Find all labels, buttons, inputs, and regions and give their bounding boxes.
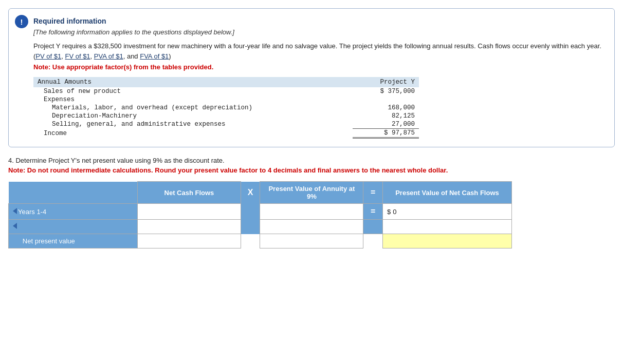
equals-operator: = — [363, 204, 383, 220]
table-row: Sales of new product $ 375,000 — [33, 87, 419, 95]
ncf-input-cell[interactable] — [138, 204, 241, 220]
row-value: 168,000 — [353, 104, 419, 112]
empty-op — [241, 220, 260, 234]
table-row: Materials, labor, and overhead (except d… — [33, 104, 419, 112]
row-value: 27,000 — [353, 120, 419, 129]
fva-link[interactable]: FVA of $1 — [140, 52, 169, 60]
table-row: Expenses — [33, 95, 419, 104]
table-row: Selling, general, and administrative exp… — [33, 120, 419, 129]
row-label: Income — [33, 129, 353, 138]
x-operator — [241, 204, 260, 220]
fv-link[interactable]: FV of $1 — [65, 52, 90, 60]
net-pv-row: Net present value — [9, 234, 512, 248]
pva-link[interactable]: PVA of $1 — [94, 52, 123, 60]
section4: 4. Determine Project Y's net present val… — [8, 157, 615, 174]
info-subtitle: [The following information applies to th… — [33, 28, 604, 36]
table-row: Income $ 97,875 — [33, 129, 419, 138]
pv-link[interactable]: PV of $1 — [35, 52, 61, 60]
empty-ncf — [138, 220, 241, 234]
net-pv-empty4 — [363, 234, 383, 248]
info-title: Required information — [33, 17, 604, 25]
info-icon: ! — [15, 15, 28, 28]
npv-table: Net Cash Flows X Present Value of Annuit… — [8, 181, 512, 248]
dollar-sign: $ — [387, 208, 391, 216]
empty-row — [9, 220, 512, 234]
npv-header-pvnet: Present Value of Net Cash Flows — [382, 182, 511, 204]
pva-input-cell[interactable] — [260, 204, 363, 220]
years-label: Years 1-4 — [9, 204, 138, 220]
pv-result-container: $ 0 — [387, 208, 507, 216]
npv-table-container: Net Cash Flows X Present Value of Annuit… — [8, 181, 512, 248]
net-pv-empty3 — [260, 234, 363, 248]
row-value: 82,125 — [353, 112, 419, 120]
row-label: Materials, labor, and overhead (except d… — [33, 104, 353, 112]
info-note: Note: Use appropriate factor(s) from the… — [33, 63, 604, 71]
ncf-input[interactable] — [142, 208, 236, 216]
npv-header-equals: = — [363, 182, 383, 204]
section4-note: Note: Do not round intermediate calculat… — [8, 166, 615, 174]
row-value: $ 375,000 — [353, 87, 419, 95]
annual-col-header: Annual Amounts — [33, 77, 353, 87]
table-row: Depreciation-Machinery 82,125 — [33, 112, 419, 120]
row-label: Depreciation-Machinery — [33, 112, 353, 120]
annual-amounts-table: Annual Amounts Project Y Sales of new pr… — [33, 77, 419, 139]
empty-eq — [363, 220, 383, 234]
pva-input[interactable] — [264, 208, 359, 216]
npv-header-ncf: Net Cash Flows — [138, 182, 241, 204]
empty-label — [9, 220, 138, 234]
npv-header-empty — [9, 182, 138, 204]
net-pv-input[interactable] — [387, 237, 507, 245]
npv-header-pva: Present Value of Annuity at 9% — [260, 182, 363, 204]
pv-result-value: 0 — [393, 208, 396, 216]
row-label: Sales of new product — [33, 87, 353, 95]
pv-result-cell: $ 0 — [382, 204, 511, 220]
question-text: 4. Determine Project Y's net present val… — [8, 157, 615, 164]
info-description: Project Y requires a $328,500 investment… — [33, 41, 604, 61]
row-label: Selling, general, and administrative exp… — [33, 120, 353, 129]
years-row: Years 1-4 = $ 0 — [9, 204, 512, 220]
row-value: $ 97,875 — [353, 129, 419, 138]
empty-pv — [382, 220, 511, 234]
row-value — [353, 95, 419, 104]
net-pv-value-cell[interactable] — [382, 234, 511, 248]
net-pv-label: Net present value — [9, 234, 138, 248]
triangle-icon — [13, 208, 17, 214]
empty-pva — [260, 220, 363, 234]
annual-col-project: Project Y — [353, 77, 419, 87]
net-pv-empty2 — [241, 234, 260, 248]
net-pv-empty1 — [138, 234, 241, 248]
triangle-icon-2 — [13, 223, 17, 229]
row-label: Expenses — [33, 95, 353, 104]
info-box: ! Required information [The following in… — [8, 8, 615, 147]
npv-header-x: X — [241, 182, 260, 204]
